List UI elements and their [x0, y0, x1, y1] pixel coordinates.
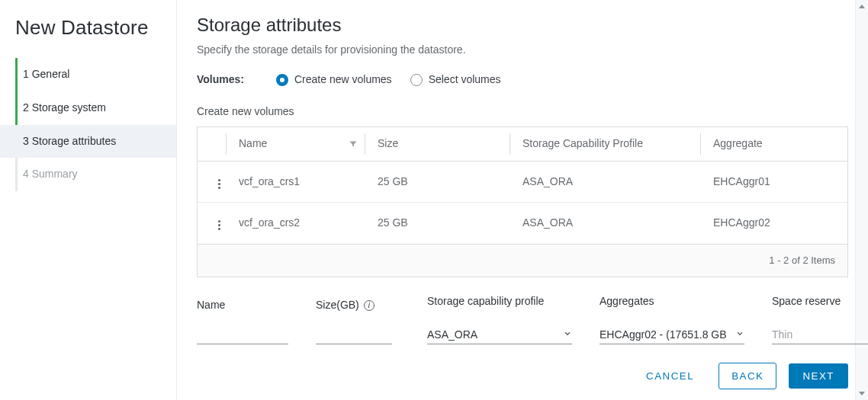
- volumes-table: Name Size Storage Capability Profile Agg…: [198, 127, 847, 244]
- chevron-down-icon: [563, 328, 572, 338]
- radio-create-new-volumes[interactable]: Create new volumes: [276, 72, 392, 88]
- wizard-step-summary: 4 Summary: [0, 158, 176, 191]
- volumes-table-wrap: Name Size Storage Capability Profile Agg…: [197, 126, 848, 277]
- kebab-icon[interactable]: [210, 174, 228, 193]
- page-subtitle: Specify the storage details for provisio…: [197, 43, 848, 58]
- radio-dot-icon: [276, 74, 288, 86]
- wizard-step-storage-system[interactable]: 2 Storage system: [0, 91, 176, 125]
- col-header-scp[interactable]: Storage Capability Profile: [510, 127, 701, 161]
- table-row[interactable]: vcf_ora_crs125 GBASA_ORAEHCAggr01: [198, 161, 847, 203]
- wizard-sidebar: New Datastore 1 General2 Storage system3…: [0, 0, 177, 400]
- filter-icon[interactable]: [349, 139, 358, 149]
- nv-select-agg[interactable]: EHCAggr02 - (17651.8 GB: [600, 325, 744, 345]
- nv-label-scp: Storage capability profile: [427, 294, 572, 309]
- new-volume-form: Name Size(GB) i Storage capability profi…: [197, 294, 848, 344]
- nv-label-size-text: Size(GB): [316, 298, 359, 313]
- volumes-choice-row: Volumes: Create new volumes Select volum…: [197, 72, 848, 88]
- table-footer: 1 - 2 of 2 Items: [198, 244, 847, 277]
- nv-select-space-placeholder: Thin: [772, 328, 792, 341]
- radio-select-volumes[interactable]: Select volumes: [410, 72, 501, 88]
- cell-name: vcf_ora_crs2: [227, 203, 365, 244]
- section-title-create: Create new volumes: [197, 104, 848, 120]
- wizard-step-storage-attributes[interactable]: 3 Storage attributes: [0, 125, 176, 158]
- nv-label-size: Size(GB) i: [316, 298, 400, 313]
- cell-scp: ASA_ORA: [510, 203, 701, 244]
- back-button[interactable]: BACK: [719, 363, 776, 389]
- nv-input-name[interactable]: [197, 328, 288, 344]
- next-button[interactable]: NEXT: [789, 363, 848, 389]
- cell-agg: EHCAggr01: [701, 161, 847, 203]
- cancel-button[interactable]: CANCEL: [634, 364, 706, 388]
- nv-select-scp[interactable]: ASA_ORA: [427, 325, 572, 345]
- table-row[interactable]: vcf_ora_crs225 GBASA_ORAEHCAggr02: [198, 203, 847, 244]
- nv-label-space: Space reserve: [772, 294, 863, 309]
- radio-create-label: Create new volumes: [294, 72, 392, 88]
- col-header-menu: [198, 127, 227, 161]
- nv-label-agg: Aggregates: [600, 294, 744, 309]
- nv-input-size[interactable]: [316, 328, 392, 344]
- cell-size: 25 GB: [365, 203, 510, 244]
- cell-name: vcf_ora_crs1: [227, 161, 365, 203]
- wizard-title: New Datastore: [0, 14, 176, 50]
- col-header-agg[interactable]: Aggregate: [701, 127, 847, 161]
- volumes-label: Volumes:: [197, 72, 258, 88]
- col-header-name[interactable]: Name: [227, 127, 365, 161]
- cell-scp: ASA_ORA: [510, 161, 701, 203]
- cell-size: 25 GB: [365, 161, 510, 203]
- col-header-name-label: Name: [239, 137, 267, 149]
- chevron-down-icon: [735, 328, 744, 338]
- radio-select-label: Select volumes: [429, 72, 501, 88]
- wizard-step-general[interactable]: 1 General: [0, 58, 176, 91]
- col-header-size[interactable]: Size: [365, 127, 510, 161]
- nv-select-space[interactable]: Thin: [772, 325, 868, 345]
- nv-select-agg-value: EHCAggr02 - (17651.8 GB: [600, 328, 727, 341]
- nv-select-scp-value: ASA_ORA: [427, 328, 477, 341]
- radio-dot-icon: [410, 74, 423, 86]
- wizard-footer: CANCEL BACK NEXT: [634, 363, 848, 389]
- cell-agg: EHCAggr02: [701, 203, 847, 244]
- nv-label-name: Name: [197, 298, 288, 313]
- page-main: Storage attributes Specify the storage d…: [177, 0, 868, 400]
- page-heading: Storage attributes: [197, 12, 848, 38]
- kebab-icon[interactable]: [210, 216, 228, 235]
- info-icon[interactable]: i: [364, 300, 375, 311]
